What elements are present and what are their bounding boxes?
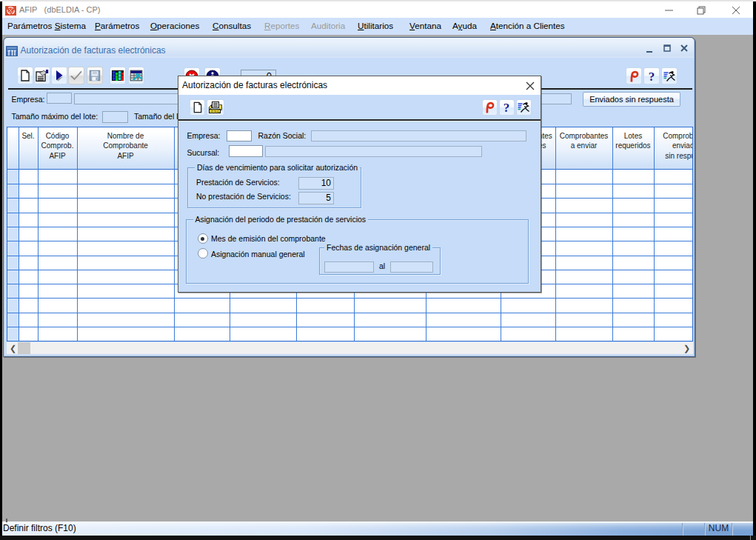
- svg-text:?: ?: [504, 101, 510, 114]
- svg-text:?: ?: [649, 70, 655, 82]
